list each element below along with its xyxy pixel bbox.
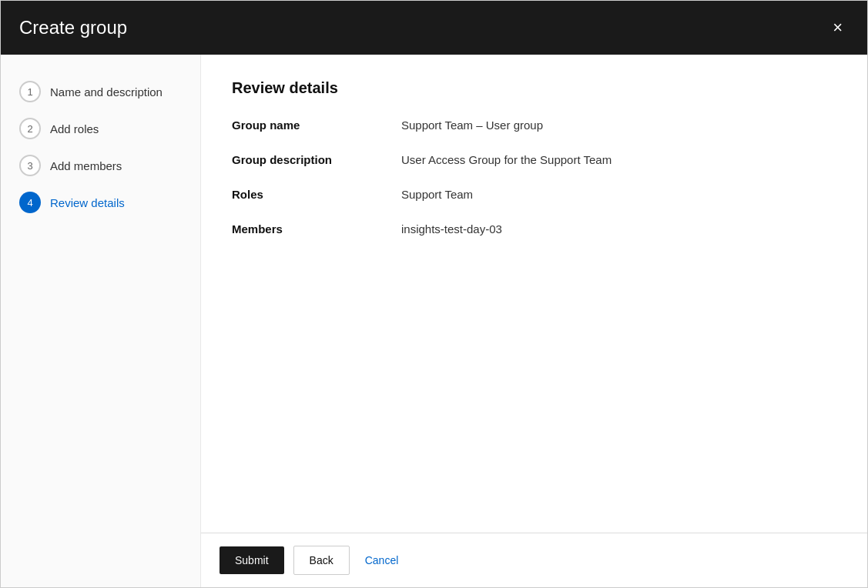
modal-header: Create group × [1, 1, 867, 55]
group-name-value: Support Team – User group [401, 119, 543, 132]
members-label: Members [232, 222, 401, 236]
close-button[interactable]: × [826, 16, 849, 39]
group-name-label: Group name [232, 119, 401, 132]
cancel-button[interactable]: Cancel [359, 546, 405, 574]
modal-body: 1 Name and description 2 Add roles 3 Add… [1, 55, 867, 587]
section-title: Review details [232, 79, 836, 97]
members-value: insights-test-day-03 [401, 222, 502, 236]
step-1-label: Name and description [50, 85, 163, 99]
detail-row-group-description: Group description User Access Group for … [232, 153, 836, 166]
step-3-label: Add members [50, 159, 122, 172]
step-4-item[interactable]: 4 Review details [1, 184, 200, 221]
step-1-item[interactable]: 1 Name and description [1, 73, 200, 110]
step-3-number: 3 [19, 155, 41, 176]
step-3-item[interactable]: 3 Add members [1, 147, 200, 184]
step-2-item[interactable]: 2 Add roles [1, 110, 200, 147]
sidebar: 1 Name and description 2 Add roles 3 Add… [1, 55, 201, 587]
group-description-value: User Access Group for the Support Team [401, 153, 612, 166]
modal-title: Create group [19, 17, 127, 38]
step-4-number: 4 [19, 192, 41, 213]
roles-value: Support Team [401, 188, 473, 201]
step-1-number: 1 [19, 81, 41, 102]
step-2-label: Add roles [50, 122, 99, 135]
detail-row-members: Members insights-test-day-03 [232, 222, 836, 236]
back-button[interactable]: Back [293, 546, 350, 575]
content-area: Review details Group name Support Team –… [201, 55, 867, 587]
create-group-modal: Create group × 1 Name and description 2 … [0, 0, 868, 588]
group-description-label: Group description [232, 153, 401, 166]
step-4-label: Review details [50, 196, 125, 209]
roles-label: Roles [232, 188, 401, 201]
step-2-number: 2 [19, 118, 41, 139]
detail-row-roles: Roles Support Team [232, 188, 836, 201]
submit-button[interactable]: Submit [220, 546, 284, 574]
content-main: Review details Group name Support Team –… [201, 55, 867, 533]
detail-row-group-name: Group name Support Team – User group [232, 119, 836, 132]
footer: Submit Back Cancel [201, 533, 867, 587]
